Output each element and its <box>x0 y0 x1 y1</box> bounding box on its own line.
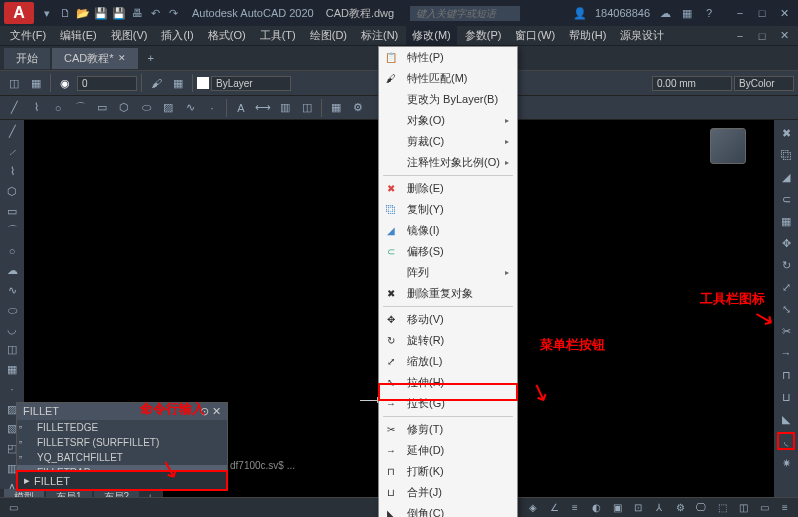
spline-icon[interactable]: ∿ <box>180 98 200 118</box>
dropdown-item[interactable]: ◣倒角(C) <box>379 503 517 517</box>
menu-tools[interactable]: 工具(T) <box>254 26 302 45</box>
qat-menu-icon[interactable]: ▾ <box>40 6 54 20</box>
tab-doc[interactable]: CAD教程*✕ <box>52 48 138 69</box>
dropdown-item[interactable]: ◢镜像(I) <box>379 220 517 241</box>
menu-help[interactable]: 帮助(H) <box>563 26 612 45</box>
dropdown-item[interactable]: →拉长(G) <box>379 393 517 414</box>
tool2-icon[interactable]: ▦ <box>326 98 346 118</box>
dropdown-item[interactable]: 更改为 ByLayer(B) <box>379 89 517 110</box>
lt-xline-icon[interactable]: ⟋ <box>3 144 21 160</box>
text-icon[interactable]: A <box>231 98 251 118</box>
command-line[interactable]: ▸ FILLET <box>16 470 228 491</box>
dropdown-item[interactable]: ✖删除重复对象 <box>379 283 517 304</box>
menu-draw[interactable]: 绘图(D) <box>304 26 353 45</box>
pline-icon[interactable]: ⌇ <box>26 98 46 118</box>
saveas-icon[interactable]: 💾 <box>112 6 126 20</box>
sb-model-icon[interactable]: ▭ <box>4 500 22 516</box>
lt-line-icon[interactable]: ╱ <box>3 124 21 140</box>
rt-offset-icon[interactable]: ⊂ <box>777 190 795 208</box>
user-icon[interactable]: 👤 <box>573 7 587 20</box>
autocomplete-item[interactable]: ▫FILLETSRF (SURFFILLET) <box>17 435 227 450</box>
rt-chamfer-icon[interactable]: ◣ <box>777 410 795 428</box>
dropdown-item[interactable]: 对象(O)▸ <box>379 110 517 131</box>
menu-window[interactable]: 窗口(W) <box>509 26 561 45</box>
menu-format[interactable]: 格式(O) <box>202 26 252 45</box>
lt-ellarc-icon[interactable]: ◡ <box>3 322 21 338</box>
dropdown-item[interactable]: ↻旋转(R) <box>379 330 517 351</box>
save-icon[interactable]: 💾 <box>94 6 108 20</box>
help-icon[interactable]: ? <box>702 6 716 20</box>
lt-arc-icon[interactable]: ⌒ <box>3 223 21 239</box>
circle-icon[interactable]: ○ <box>48 98 68 118</box>
sb-anno-icon[interactable]: ⅄ <box>650 500 668 516</box>
layer-select[interactable]: 0 <box>77 76 137 91</box>
sb-3d-icon[interactable]: ◈ <box>524 500 542 516</box>
lt-pline-icon[interactable]: ⌇ <box>3 164 21 180</box>
rect-icon[interactable]: ▭ <box>92 98 112 118</box>
sb-sc-icon[interactable]: ⊡ <box>629 500 647 516</box>
new-icon[interactable]: 🗋 <box>58 6 72 20</box>
color-select[interactable]: ByColor <box>734 76 794 91</box>
sb-trans-icon[interactable]: ◐ <box>587 500 605 516</box>
layer-state-icon[interactable]: ▦ <box>26 73 46 93</box>
dropdown-item[interactable]: ⤡拉伸(H) <box>379 372 517 393</box>
lineweight-select[interactable]: 0.00 mm <box>652 76 732 91</box>
arc-icon[interactable]: ⌒ <box>70 98 90 118</box>
cloud-icon[interactable]: ☁ <box>658 6 672 20</box>
doc-close-button[interactable]: ✕ <box>774 28 794 44</box>
tool3-icon[interactable]: ⚙ <box>348 98 368 118</box>
sb-qp-icon[interactable]: ▣ <box>608 500 626 516</box>
menu-dim[interactable]: 标注(N) <box>355 26 404 45</box>
match-icon[interactable]: 🖌 <box>146 73 166 93</box>
ellipse-icon[interactable]: ⬭ <box>136 98 156 118</box>
line-icon[interactable]: ╱ <box>4 98 24 118</box>
lt-rect-icon[interactable]: ▭ <box>3 203 21 219</box>
dropdown-item[interactable]: 🖌特性匹配(M) <box>379 68 517 89</box>
sb-mon-icon[interactable]: 🖵 <box>692 500 710 516</box>
tab-close-icon[interactable]: ✕ <box>118 53 126 63</box>
close-button[interactable]: ✕ <box>774 5 794 21</box>
dropdown-item[interactable]: 阵列▸ <box>379 262 517 283</box>
rt-break-icon[interactable]: ⊓ <box>777 366 795 384</box>
maximize-button[interactable]: □ <box>752 5 772 21</box>
dropdown-item[interactable]: ⤢缩放(L) <box>379 351 517 372</box>
rt-join-icon[interactable]: ⊔ <box>777 388 795 406</box>
rt-move-icon[interactable]: ✥ <box>777 234 795 252</box>
menu-edit[interactable]: 编辑(E) <box>54 26 103 45</box>
block-icon[interactable]: ◫ <box>297 98 317 118</box>
rt-trim-icon[interactable]: ✂ <box>777 322 795 340</box>
app-logo[interactable]: A <box>4 2 34 24</box>
rt-mirror-icon[interactable]: ◢ <box>777 168 795 186</box>
point-icon[interactable]: · <box>202 98 222 118</box>
lt-polygon-icon[interactable]: ⬡ <box>3 183 21 199</box>
linetype-select[interactable]: ByLayer <box>211 76 291 91</box>
app-icon[interactable]: ▦ <box>680 6 694 20</box>
menu-modify[interactable]: 修改(M) <box>406 26 457 45</box>
rt-fillet-icon[interactable]: ◟ <box>777 432 795 450</box>
username[interactable]: 184068846 <box>595 7 650 19</box>
dropdown-item[interactable]: →延伸(D) <box>379 440 517 461</box>
lt-point-icon[interactable]: · <box>3 381 21 397</box>
rt-explode-icon[interactable]: ✷ <box>777 454 795 472</box>
layer-icon[interactable]: ◫ <box>4 73 24 93</box>
autocomplete-item[interactable]: ▫YQ_BATCHFILLET <box>17 450 227 465</box>
dropdown-item[interactable]: ⊂偏移(S) <box>379 241 517 262</box>
table-icon[interactable]: ▥ <box>275 98 295 118</box>
tab-add-button[interactable]: + <box>140 49 162 67</box>
menu-param[interactable]: 参数(P) <box>459 26 508 45</box>
rt-stretch-icon[interactable]: ⤡ <box>777 300 795 318</box>
rt-scale-icon[interactable]: ⤢ <box>777 278 795 296</box>
lt-circle-icon[interactable]: ○ <box>3 243 21 259</box>
rt-extend-icon[interactable]: → <box>777 344 795 362</box>
menu-custom[interactable]: 源泉设计 <box>614 26 670 45</box>
sb-iso-icon[interactable]: ◫ <box>734 500 752 516</box>
redo-icon[interactable]: ↷ <box>166 6 180 20</box>
layer-color-icon[interactable]: ◉ <box>55 73 75 93</box>
rt-copy-icon[interactable]: ⿻ <box>777 146 795 164</box>
sb-otrack-icon[interactable]: ∠ <box>545 500 563 516</box>
dropdown-item[interactable]: ✖删除(E) <box>379 178 517 199</box>
dropdown-item[interactable]: 剪裁(C)▸ <box>379 131 517 152</box>
menu-view[interactable]: 视图(V) <box>105 26 154 45</box>
sb-clean-icon[interactable]: ▭ <box>755 500 773 516</box>
lt-block-icon[interactable]: ▦ <box>3 362 21 378</box>
